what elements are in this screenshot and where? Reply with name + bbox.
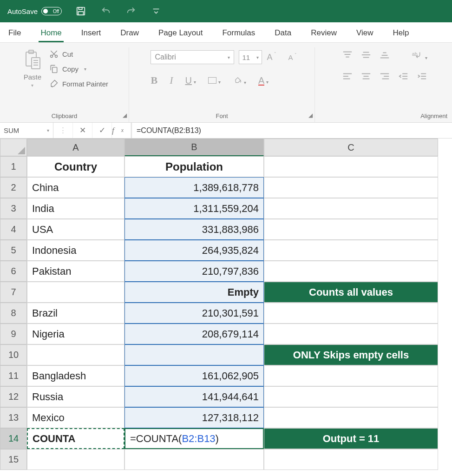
redo-icon[interactable] [125, 5, 137, 17]
row-header[interactable]: 4 [0, 219, 27, 240]
bold-button[interactable]: B [151, 74, 157, 86]
tab-review[interactable]: Review [309, 25, 339, 42]
cell[interactable]: Mexico [27, 407, 124, 428]
cell[interactable] [264, 407, 438, 428]
tab-page-layout[interactable]: Page Layout [157, 25, 204, 42]
fx-icon[interactable]: fx [112, 123, 131, 138]
row-header[interactable]: 2 [0, 177, 27, 198]
undo-icon[interactable] [100, 5, 112, 17]
cell[interactable] [264, 386, 438, 407]
cell[interactable]: 264,935,824 [124, 240, 264, 261]
cancel-button[interactable]: ✕ [73, 123, 92, 138]
cell[interactable] [27, 449, 124, 470]
cell[interactable]: Nigeria [27, 324, 124, 344]
cell[interactable]: 1,311,559,204 [124, 198, 264, 219]
cell[interactable]: Indonesia [27, 240, 124, 261]
font-name-select[interactable]: Calibri ▾ [151, 50, 234, 64]
tab-formulas[interactable]: Formulas [220, 25, 257, 42]
cell[interactable]: 210,797,836 [124, 261, 264, 282]
tab-home[interactable]: Home [39, 25, 63, 42]
cell[interactable] [264, 449, 438, 470]
cell[interactable] [264, 324, 438, 344]
qat-dropdown-icon[interactable] [150, 5, 162, 17]
paste-button[interactable]: Paste ▾ [20, 47, 45, 90]
cell[interactable]: Country [27, 156, 124, 177]
row-header[interactable]: 6 [0, 261, 27, 282]
cell[interactable]: Population [124, 156, 264, 177]
cell[interactable]: 331,883,986 [124, 219, 264, 240]
cell[interactable]: Brazil [27, 303, 124, 324]
align-left-button[interactable] [342, 72, 353, 82]
cell[interactable]: USA [27, 219, 124, 240]
row-header[interactable]: 12 [0, 386, 27, 407]
cell[interactable] [264, 177, 438, 198]
tab-file[interactable]: File [7, 25, 23, 42]
name-box[interactable]: SUM ▾ [0, 123, 53, 138]
cell[interactable] [264, 156, 438, 177]
row-header[interactable]: 3 [0, 198, 27, 219]
cell[interactable] [27, 282, 124, 303]
row-header[interactable]: 8 [0, 303, 27, 324]
cell[interactable]: COUNTA [27, 428, 124, 449]
cell[interactable] [124, 344, 264, 365]
italic-button[interactable]: I [170, 74, 173, 86]
save-icon[interactable] [75, 5, 87, 17]
cell[interactable]: 161,062,905 [124, 365, 264, 386]
cell[interactable]: 210,301,591 [124, 303, 264, 324]
copy-button[interactable]: Copy ▾ [49, 64, 108, 73]
wrap-text-button[interactable]: ab▾ [412, 50, 427, 61]
cell[interactable]: 208,679,114 [124, 324, 264, 344]
cell[interactable]: 141,944,641 [124, 386, 264, 407]
cell[interactable]: Counts all values [264, 282, 438, 303]
format-painter-button[interactable]: Format Painter [49, 79, 108, 88]
row-header[interactable]: 11 [0, 365, 27, 386]
cell[interactable]: China [27, 177, 124, 198]
cell[interactable]: Pakistan [27, 261, 124, 282]
font-color-button[interactable]: A▾ [258, 75, 269, 86]
align-right-button[interactable] [380, 72, 390, 82]
dialog-launcher-icon[interactable]: ◢ [123, 112, 127, 119]
row-header[interactable]: 7 [0, 282, 27, 303]
tab-view[interactable]: View [354, 25, 375, 42]
cell[interactable] [264, 198, 438, 219]
cut-button[interactable]: Cut [49, 49, 108, 59]
col-header-C[interactable]: C [264, 139, 438, 156]
cell[interactable]: Russia [27, 386, 124, 407]
border-button[interactable]: ▾ [208, 75, 221, 86]
decrease-indent-button[interactable] [398, 72, 408, 82]
font-size-select[interactable]: 11 ▾ [239, 50, 262, 64]
cell[interactable] [27, 344, 124, 365]
dialog-launcher-icon[interactable]: ◢ [308, 112, 313, 119]
cell[interactable] [264, 240, 438, 261]
toggle-switch[interactable]: Off [41, 7, 62, 15]
cell[interactable]: India [27, 198, 124, 219]
col-header-B[interactable]: B [124, 139, 264, 156]
cell[interactable] [264, 303, 438, 324]
formula-bar-input[interactable]: =COUNTA(B2:B13) [132, 123, 452, 138]
row-header[interactable]: 1 [0, 156, 27, 177]
tab-help[interactable]: Help [391, 25, 411, 42]
align-center-button[interactable] [361, 72, 371, 82]
underline-button[interactable]: U▾ [185, 75, 196, 86]
cell[interactable] [264, 365, 438, 386]
autosave-toggle[interactable]: AutoSave Off [7, 7, 62, 15]
row-header[interactable]: 14 [0, 428, 27, 449]
row-header[interactable]: 15 [0, 449, 27, 470]
row-header[interactable]: 13 [0, 407, 27, 428]
align-bottom-button[interactable] [380, 51, 390, 60]
select-all-corner[interactable] [0, 139, 27, 156]
col-header-A[interactable]: A [27, 139, 124, 156]
cell[interactable]: ONLY Skips empty cells [264, 344, 438, 365]
cell[interactable]: 127,318,112 [124, 407, 264, 428]
tab-insert[interactable]: Insert [79, 25, 103, 42]
cell[interactable] [264, 261, 438, 282]
spreadsheet-grid[interactable]: A B C 1 Country Population 2China1,389,6… [0, 139, 452, 470]
cell[interactable]: Bangladesh [27, 365, 124, 386]
tab-data[interactable]: Data [273, 25, 293, 42]
align-middle-button[interactable] [361, 51, 371, 60]
increase-indent-button[interactable] [417, 72, 427, 82]
grow-font-button[interactable]: A˄ [267, 53, 272, 62]
cell[interactable]: 1,389,618,778 [124, 177, 264, 198]
cell[interactable]: Output = 11 [264, 428, 438, 449]
cell[interactable] [124, 449, 264, 470]
